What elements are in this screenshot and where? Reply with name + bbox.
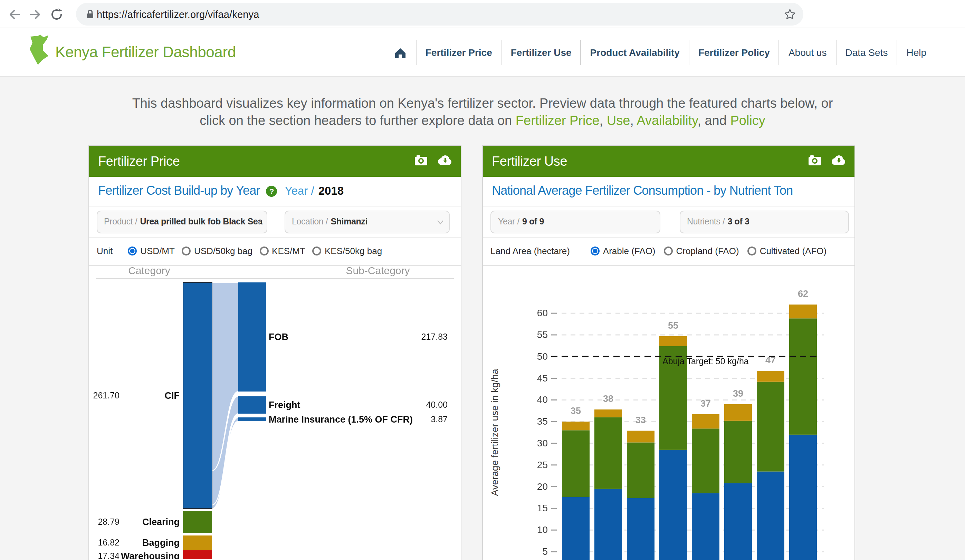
svg-text:Marine Insurance (1.5% OF CFR): Marine Insurance (1.5% OF CFR)	[269, 414, 413, 424]
bar-segment-green[interactable]	[692, 428, 720, 493]
url-text: https://africafertilizer.org/vifaa/kenya	[97, 9, 259, 20]
product-filter[interactable]: Product / Urea prilled bulk fob Black Se…	[96, 210, 267, 233]
link-availability[interactable]: Availability	[636, 113, 697, 128]
camera-icon[interactable]	[414, 154, 428, 168]
camera-icon[interactable]	[808, 154, 821, 168]
nav-data-sets[interactable]: Data Sets	[836, 40, 896, 65]
back-button[interactable]	[5, 5, 23, 23]
nav-fertilizer-policy[interactable]: Fertilizer Policy	[689, 40, 779, 65]
svg-text:Warehousing: Warehousing	[121, 551, 180, 560]
cost-buildup-chart: CIF261.70Clearing28.79Bagging16.82Wareho…	[89, 279, 461, 560]
sankey-node-right[interactable]	[238, 396, 266, 414]
help-badge[interactable]: ?	[266, 186, 277, 197]
url-bar[interactable]: https://africafertilizer.org/vifaa/kenya	[76, 3, 803, 26]
use-chart-title[interactable]: National Average Fertilizer Consumption …	[492, 184, 793, 199]
svg-text:40.00: 40.00	[426, 400, 448, 410]
svg-text:5: 5	[542, 546, 548, 557]
price-year-value: 2018	[319, 185, 343, 198]
bar-segment-blue[interactable]	[789, 435, 817, 560]
kenya-logo	[29, 34, 51, 68]
year-filter[interactable]: Year / 9 of 9	[491, 210, 660, 233]
bar-segment-blue[interactable]	[659, 450, 687, 560]
download-icon[interactable]	[831, 154, 846, 168]
bar-segment-green[interactable]	[627, 442, 654, 498]
consumption-chart: 510152025303540455055603538335537394762A…	[483, 266, 854, 560]
nav-home[interactable]	[385, 40, 416, 65]
bar-segment-orange[interactable]	[627, 431, 654, 442]
reload-button[interactable]	[47, 5, 65, 23]
bar-segment-blue[interactable]	[692, 493, 720, 560]
main-nav: Fertilizer Price Fertilizer Use Product …	[385, 28, 935, 77]
bar-total-label: 37	[700, 398, 711, 409]
svg-text:50: 50	[537, 351, 548, 362]
bar-segment-blue[interactable]	[627, 498, 654, 560]
bar-segment-green[interactable]	[594, 417, 622, 489]
land-area-row: Land Area (hectare) Arable (FAO) Croplan…	[483, 237, 854, 266]
link-fertilizer-price[interactable]: Fertilizer Price	[516, 113, 600, 128]
link-policy[interactable]: Policy	[730, 113, 765, 128]
bar-segment-green[interactable]	[757, 382, 784, 472]
svg-text:CIF: CIF	[165, 390, 180, 401]
svg-text:45: 45	[537, 373, 548, 384]
location-filter[interactable]: Location / Shimanzi	[284, 210, 450, 233]
use-panel-header[interactable]: Fertilizer Use	[483, 146, 854, 177]
bar-segment-orange[interactable]	[562, 421, 590, 430]
bar-segment-orange[interactable]	[724, 404, 752, 421]
svg-text:25: 25	[537, 460, 548, 470]
bar-segment-orange[interactable]	[594, 410, 622, 417]
abuja-target-label: Abuja Target: 50 kg/ha	[662, 356, 749, 366]
bar-segment-orange[interactable]	[692, 414, 720, 428]
radio-kes-50kg[interactable]: KES/50kg bag	[312, 246, 382, 256]
price-panel-title: Fertilizer Price	[98, 153, 180, 169]
sankey-node-clearing[interactable]	[183, 511, 212, 533]
nav-fertilizer-use[interactable]: Fertilizer Use	[501, 40, 581, 65]
nutrients-filter[interactable]: Nutrients / 3 of 3	[679, 210, 849, 233]
intro-line1: This dashboard visualizes key informatio…	[0, 95, 965, 112]
fertilizer-price-panel: Fertilizer Price Fertilizer Cost Build-u…	[88, 145, 461, 560]
bar-segment-blue[interactable]	[757, 472, 784, 560]
forward-button[interactable]	[26, 5, 44, 23]
bar-segment-green[interactable]	[789, 318, 817, 435]
browser-toolbar: https://africafertilizer.org/vifaa/kenya	[0, 0, 965, 28]
bar-segment-green[interactable]	[724, 421, 752, 483]
bookmark-star-icon[interactable]	[783, 8, 797, 23]
price-panel-header[interactable]: Fertilizer Price	[89, 146, 461, 177]
bar-segment-orange[interactable]	[757, 371, 784, 382]
bar-segment-blue[interactable]	[562, 497, 590, 560]
intro-line2: click on the section headers to further …	[0, 112, 965, 129]
price-year-label[interactable]: Year /	[285, 185, 314, 198]
radio-usd-mt[interactable]: USD/MT	[128, 246, 175, 256]
site-header: Kenya Fertilizer Dashboard Fertilizer Pr…	[0, 28, 965, 77]
category-header: Category	[96, 264, 203, 276]
bar-segment-green[interactable]	[562, 430, 590, 497]
radio-kes-mt[interactable]: KES/MT	[259, 246, 305, 256]
radio-arable[interactable]: Arable (FAO)	[590, 246, 656, 256]
radio-usd-50kg[interactable]: USD/50kg bag	[182, 246, 252, 256]
use-panel-title: Fertilizer Use	[492, 153, 567, 169]
link-use[interactable]: Use	[607, 113, 630, 128]
bar-segment-blue[interactable]	[594, 489, 622, 560]
sankey-node-warehousing[interactable]	[183, 550, 212, 559]
sankey-node-right[interactable]	[238, 282, 266, 392]
bar-segment-orange[interactable]	[659, 336, 687, 346]
bar-segment-blue[interactable]	[724, 483, 752, 560]
sankey-node-bagging[interactable]	[183, 536, 212, 550]
y-axis-label: Average fertilizer use in kg/ha	[489, 369, 500, 496]
nav-fertilizer-price[interactable]: Fertilizer Price	[416, 40, 501, 65]
radio-cultivated[interactable]: Cultivated (AFO)	[747, 246, 827, 256]
price-chart-title[interactable]: Fertilizer Cost Build-up by Year	[98, 184, 260, 199]
bar-total-label: 38	[603, 393, 613, 404]
sankey-node-right[interactable]	[238, 417, 266, 421]
download-icon[interactable]	[437, 154, 452, 168]
svg-text:55: 55	[537, 329, 548, 340]
nav-help[interactable]: Help	[896, 40, 935, 65]
bar-segment-orange[interactable]	[789, 305, 817, 318]
sankey-node-cif[interactable]	[183, 282, 212, 509]
unit-label: Unit	[97, 246, 113, 256]
nav-product-availability[interactable]: Product Availability	[581, 40, 689, 65]
nav-about-us[interactable]: About us	[779, 40, 836, 65]
svg-text:10: 10	[537, 524, 548, 535]
radio-cropland[interactable]: Cropland (FAO)	[664, 246, 739, 256]
svg-text:16.82: 16.82	[98, 537, 119, 547]
svg-text:28.79: 28.79	[98, 517, 119, 527]
